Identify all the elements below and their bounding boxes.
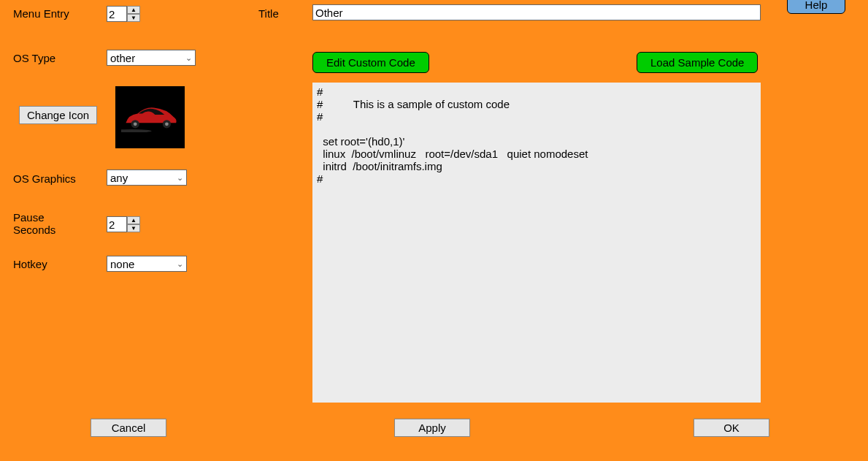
car-icon — [121, 103, 180, 132]
os-graphics-label: OS Graphics — [13, 172, 76, 185]
os-type-label: OS Type — [13, 52, 55, 64]
pause-seconds-input[interactable] — [107, 216, 127, 232]
ok-button[interactable]: OK — [694, 419, 769, 437]
icon-preview — [115, 86, 185, 148]
os-type-value: other — [110, 52, 135, 64]
edit-custom-code-button[interactable]: Edit Custom Code — [312, 52, 429, 73]
menu-entry-label: Menu Entry — [13, 7, 69, 20]
change-icon-button[interactable]: Change Icon — [19, 106, 97, 124]
hotkey-label: Hotkey — [13, 258, 47, 270]
menu-entry-input[interactable] — [107, 6, 127, 22]
load-sample-code-button[interactable]: Load Sample Code — [637, 52, 758, 73]
title-label: Title — [258, 7, 279, 20]
svg-point-3 — [165, 122, 169, 126]
menu-entry-up[interactable]: ▲ — [127, 6, 140, 14]
title-input[interactable] — [312, 4, 761, 20]
chevron-down-icon: ⌄ — [185, 53, 192, 63]
apply-button[interactable]: Apply — [394, 419, 470, 437]
hotkey-value: none — [110, 258, 134, 270]
menu-entry-spinner[interactable]: ▲ ▼ — [107, 6, 140, 22]
pause-seconds-down[interactable]: ▼ — [127, 224, 140, 232]
help-button[interactable]: Help — [787, 0, 845, 14]
pause-seconds-label: Pause Seconds — [13, 211, 55, 236]
hotkey-select[interactable]: none ⌄ — [107, 256, 187, 272]
pause-seconds-up[interactable]: ▲ — [127, 216, 140, 224]
chevron-down-icon: ⌄ — [177, 173, 183, 183]
os-type-select[interactable]: other ⌄ — [107, 50, 196, 66]
cancel-button[interactable]: Cancel — [91, 419, 166, 437]
custom-code-area[interactable]: # # This is a sample of custom code # se… — [312, 83, 761, 403]
pause-seconds-spinner[interactable]: ▲ ▼ — [107, 216, 140, 232]
menu-entry-down[interactable]: ▼ — [127, 14, 140, 22]
svg-point-1 — [133, 122, 137, 126]
svg-point-4 — [121, 129, 152, 132]
os-graphics-value: any — [110, 172, 128, 184]
chevron-down-icon: ⌄ — [177, 259, 183, 269]
os-graphics-select[interactable]: any ⌄ — [107, 169, 187, 186]
